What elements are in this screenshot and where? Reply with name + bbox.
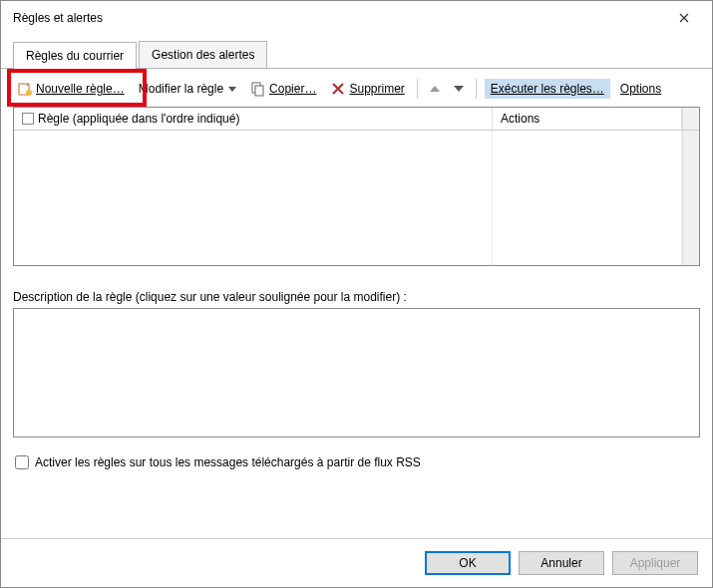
tab-mail-rules[interactable]: Règles du courrier <box>13 42 137 69</box>
column-header-rule[interactable]: Règle (appliquée dans l'ordre indiqué) <box>14 108 493 130</box>
column-rule-label: Règle (appliquée dans l'ordre indiqué) <box>38 112 239 126</box>
rules-list-body[interactable] <box>14 131 699 265</box>
svg-point-1 <box>26 90 32 96</box>
toolbar-separator <box>417 79 418 99</box>
copy-button[interactable]: Copier… <box>246 79 320 99</box>
svg-rect-3 <box>255 86 263 96</box>
dialog-title: Règles et alertes <box>13 11 664 25</box>
options-button[interactable]: Options <box>616 80 665 98</box>
description-label: Description de la règle (cliquez sur une… <box>13 290 700 304</box>
move-down-button[interactable] <box>454 86 464 92</box>
copy-icon <box>250 81 266 97</box>
run-rules-button[interactable]: Exécuter les règles… <box>485 79 610 99</box>
tab-bar: Règles du courrier Gestion des alertes <box>1 35 712 69</box>
rules-list: Règle (appliquée dans l'ordre indiqué) A… <box>13 107 700 266</box>
new-rule-icon <box>17 81 33 97</box>
delete-icon <box>330 81 346 97</box>
tab-alerts[interactable]: Gestion des alertes <box>139 41 267 68</box>
cancel-button[interactable]: Annuler <box>519 551 604 575</box>
modify-rule-label: Modifier la règle <box>139 82 223 96</box>
move-buttons <box>426 86 468 92</box>
options-label: Options <box>620 82 661 96</box>
modify-rule-button[interactable]: Modifier la règle <box>135 80 240 98</box>
rules-list-header: Règle (appliquée dans l'ordre indiqué) A… <box>14 108 699 131</box>
checkbox-icon <box>22 113 34 125</box>
dialog-footer: OK Annuler Appliquer <box>1 538 712 587</box>
new-rule-button[interactable]: Nouvelle règle… <box>13 79 129 99</box>
delete-button[interactable]: Supprimer <box>326 79 408 99</box>
toolbar: Nouvelle règle… Modifier la règle Copier… <box>1 69 712 107</box>
run-rules-label: Exécuter les règles… <box>491 82 604 96</box>
close-button[interactable] <box>664 3 704 33</box>
rss-label: Activer les règles sur tous les messages… <box>35 455 421 469</box>
chevron-down-icon <box>228 87 236 92</box>
apply-button: Appliquer <box>612 551 698 575</box>
move-up-button[interactable] <box>430 86 440 92</box>
scrollbar[interactable] <box>682 108 699 130</box>
ok-button[interactable]: OK <box>425 551 511 575</box>
copy-label: Copier… <box>269 82 316 96</box>
description-box[interactable] <box>13 308 700 438</box>
delete-label: Supprimer <box>349 82 404 96</box>
new-rule-label: Nouvelle règle… <box>36 82 125 96</box>
close-icon <box>679 13 689 23</box>
rss-checkbox[interactable] <box>15 455 29 469</box>
toolbar-separator <box>476 79 477 99</box>
column-header-actions[interactable]: Actions <box>493 108 682 130</box>
